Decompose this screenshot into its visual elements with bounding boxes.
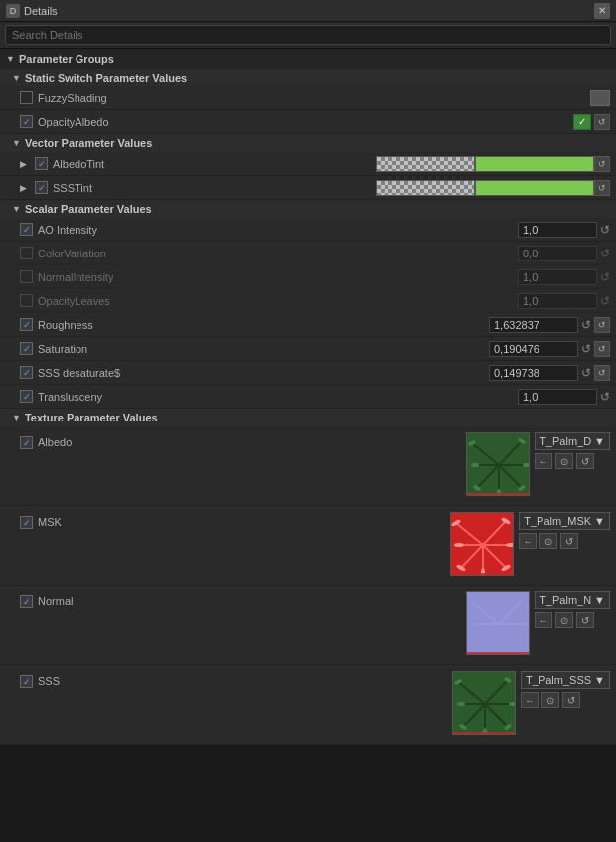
param-normal-intensity: NormalIntensity ↺ [0, 265, 616, 289]
normal-find-btn[interactable]: ⊙ [555, 612, 573, 628]
sss-desaturate-label: SSS desaturate$ [38, 367, 120, 379]
search-input[interactable] [5, 25, 611, 45]
msk-find-btn[interactable]: ⊙ [539, 533, 557, 549]
albedo-texture-label: Albedo [38, 436, 72, 448]
msk-back-btn[interactable]: ← [519, 533, 537, 549]
sss-find-btn[interactable]: ⊙ [541, 692, 559, 708]
sss-desaturate-extra-reset[interactable]: ↺ [594, 365, 610, 381]
msk-thumbnail[interactable] [450, 512, 514, 576]
search-bar [0, 22, 616, 49]
albedo-tint-reset[interactable]: ↺ [594, 156, 610, 172]
translusceny-input[interactable] [518, 389, 597, 405]
sss-tint-reset[interactable]: ↺ [594, 180, 610, 196]
section-parameter-groups[interactable]: ▼ Parameter Groups [0, 49, 616, 69]
content-area: ▼ Parameter Groups ▼ Static Switch Param… [0, 49, 616, 745]
param-ao-intensity: AO Intensity ↺ [0, 218, 616, 242]
albedo-tint-expand[interactable]: ▶ [20, 159, 27, 169]
albedo-texture-name: T_Palm_D [539, 435, 591, 447]
opacity-leaves-label: OpacityLeaves [38, 295, 110, 307]
saturation-input[interactable] [489, 341, 578, 357]
vector-label: Vector Parameter Values [25, 137, 152, 149]
normal-thumb-svg [467, 592, 530, 655]
section-label: Parameter Groups [19, 53, 114, 65]
color-variation-input[interactable] [518, 246, 597, 261]
close-button[interactable]: ✕ [594, 3, 610, 19]
opacity-leaves-input[interactable] [518, 293, 597, 309]
roughness-extra-reset[interactable]: ↺ [594, 317, 610, 333]
msk-texture-checkbox[interactable] [20, 516, 33, 529]
normal-intensity-checkbox[interactable] [20, 270, 33, 283]
roughness-checkbox[interactable] [20, 318, 33, 331]
subsection-label: Static Switch Parameter Values [25, 72, 187, 84]
normal-texture-checkbox[interactable] [20, 595, 33, 608]
msk-texture-name: T_Palm_MSK [524, 515, 591, 527]
roughness-reset-icon: ↺ [581, 318, 591, 332]
section-static-switch[interactable]: ▼ Static Switch Parameter Values [0, 69, 616, 86]
color-variation-checkbox[interactable] [20, 247, 33, 259]
msk-texture-dropdown[interactable]: T_Palm_MSK ▼ [519, 512, 610, 530]
albedo-texture-checkbox[interactable] [20, 436, 33, 449]
msk-dropdown-arrow: ▼ [594, 515, 605, 527]
window-icon: D [6, 4, 20, 18]
roughness-input[interactable] [489, 317, 578, 333]
param-sss-texture: SSS [0, 665, 616, 745]
section-arrow: ▼ [6, 54, 15, 64]
svg-point-11 [471, 463, 479, 467]
svg-rect-31 [451, 573, 514, 576]
normal-back-btn[interactable]: ← [535, 612, 552, 628]
msk-texture-label: MSK [38, 516, 62, 528]
sss-tint-expand[interactable]: ▶ [20, 183, 27, 193]
albedo-tint-color[interactable] [475, 156, 594, 172]
saturation-checkbox[interactable] [20, 342, 33, 355]
param-albedo-tint: ▶ AlbedoTint ↺ [0, 152, 616, 176]
fuzzy-shading-checkbox[interactable] [20, 91, 33, 104]
ao-intensity-input[interactable] [518, 222, 597, 238]
msk-reset-btn[interactable]: ↺ [560, 533, 578, 549]
albedo-dropdown-arrow: ▼ [594, 435, 605, 447]
param-sss-tint: ▶ SSSTint ↺ [0, 176, 616, 200]
sss-tint-color[interactable] [475, 180, 594, 196]
opacity-albedo-checkbox[interactable] [20, 115, 33, 128]
translusceny-checkbox[interactable] [20, 390, 33, 403]
scalar-arrow: ▼ [12, 204, 21, 214]
param-normal-texture: Normal T_Palm_N [0, 586, 616, 665]
normal-thumbnail[interactable] [466, 591, 530, 655]
normal-reset-btn[interactable]: ↺ [576, 612, 594, 628]
albedo-reset-btn[interactable]: ↺ [576, 453, 594, 469]
param-color-variation: ColorVariation ↺ [0, 242, 616, 265]
sss-desaturate-checkbox[interactable] [20, 366, 33, 379]
ao-intensity-checkbox[interactable] [20, 223, 33, 236]
albedo-texture-dropdown[interactable]: T_Palm_D ▼ [535, 432, 610, 450]
param-albedo-texture: Albedo [0, 426, 616, 506]
albedo-find-btn[interactable]: ⊙ [555, 453, 573, 469]
section-scalar-params[interactable]: ▼ Scalar Parameter Values [0, 200, 616, 218]
opacity-leaves-reset-icon: ↺ [600, 294, 610, 308]
window-title: Details [24, 5, 594, 17]
opacity-leaves-checkbox[interactable] [20, 294, 33, 307]
section-vector-params[interactable]: ▼ Vector Parameter Values [0, 134, 616, 152]
sss-tint-checker [376, 180, 475, 196]
albedo-tint-checkbox[interactable] [35, 157, 48, 170]
sss-thumbnail[interactable] [452, 671, 516, 735]
param-translusceny: Translusceny ↺ [0, 385, 616, 409]
sss-reset-btn[interactable]: ↺ [562, 692, 580, 708]
sss-desaturate-input[interactable] [489, 365, 578, 381]
section-texture-params[interactable]: ▼ Texture Parameter Values [0, 409, 616, 426]
sss-texture-dropdown[interactable]: T_Palm_SSS ▼ [521, 671, 610, 689]
subsection-arrow: ▼ [12, 73, 21, 83]
saturation-extra-reset[interactable]: ↺ [594, 341, 610, 357]
normal-texture-dropdown[interactable]: T_Palm_N ▼ [535, 591, 610, 609]
opacity-albedo-reset[interactable]: ↺ [594, 114, 610, 130]
fuzzy-shading-label: FuzzyShading [38, 92, 107, 104]
sss-tint-checkbox[interactable] [35, 181, 48, 194]
sss-back-btn[interactable]: ← [521, 692, 539, 708]
albedo-thumbnail[interactable] [466, 432, 530, 496]
vector-arrow: ▼ [12, 138, 21, 148]
normal-dropdown-arrow: ▼ [594, 594, 605, 606]
sss-texture-checkbox[interactable] [20, 675, 33, 688]
svg-rect-54 [453, 732, 516, 735]
albedo-back-btn[interactable]: ← [535, 453, 552, 469]
param-fuzzy-shading: FuzzyShading [0, 86, 616, 110]
normal-texture-label: Normal [38, 595, 73, 607]
normal-intensity-input[interactable] [518, 269, 597, 285]
